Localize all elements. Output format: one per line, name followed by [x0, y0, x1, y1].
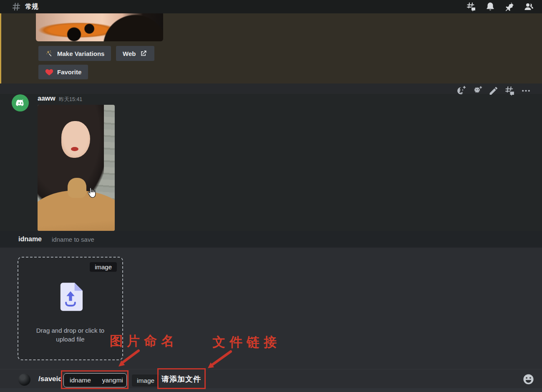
message-timestamp: 昨天15:41: [59, 96, 82, 103]
image-option-pill[interactable]: image: [132, 374, 159, 387]
dropzone-line2: upload file: [18, 335, 122, 344]
discord-window: Make Variations Web Favorite 常规: [0, 0, 542, 392]
dropzone-type-badge: image: [90, 262, 117, 272]
composer-row: /saveid idname yangmi image 请添加文件: [0, 369, 542, 388]
channel-header: 常规: [0, 0, 542, 13]
pinned-messages-icon[interactable]: [504, 2, 514, 12]
avatar[interactable]: [12, 94, 29, 111]
channel-hash-icon: [12, 2, 21, 11]
hand-cursor-icon: [86, 187, 98, 199]
option-input[interactable]: idname yangmi: [63, 373, 127, 387]
upload-file-icon: [58, 283, 83, 311]
file-dropzone[interactable]: image Drag and drop or click to upload f…: [18, 257, 123, 360]
image-option-label: image: [137, 377, 154, 384]
message-actions-toolbar: [456, 86, 531, 96]
option-value: yangmi: [102, 377, 123, 384]
emoji-picker-icon[interactable]: [522, 373, 534, 385]
add-file-button[interactable]: 请添加文件: [161, 374, 201, 384]
threads-icon[interactable]: [466, 2, 476, 12]
make-variations-button[interactable]: Make Variations: [38, 46, 111, 61]
favorite-label: Favorite: [57, 68, 81, 76]
external-link-icon: [139, 49, 148, 58]
portrait-face: [61, 121, 90, 158]
notifications-bell-icon[interactable]: [485, 2, 495, 12]
add-reaction-icon[interactable]: [456, 86, 466, 96]
channel-name: 常规: [25, 3, 38, 11]
heart-icon: [45, 68, 53, 76]
option-name: idname: [70, 377, 91, 384]
command-option-hint: idname idname to save: [0, 231, 542, 248]
option-hint-description: idname to save: [52, 236, 94, 243]
annotation-image-naming: 图片命名: [110, 332, 178, 350]
more-options-icon[interactable]: [521, 86, 531, 96]
portrait-attachment-image[interactable]: [38, 105, 115, 231]
bot-avatar[interactable]: [18, 374, 30, 386]
web-label: Web: [123, 50, 136, 57]
bottom-strip: [0, 388, 542, 392]
edit-pencil-icon[interactable]: [488, 86, 499, 96]
dropzone-line1: Drag and drop or click to: [18, 326, 122, 335]
member-list-icon[interactable]: [524, 2, 534, 12]
sparkles-icon: [45, 49, 53, 58]
mentioned-message: Make Variations Web Favorite: [0, 13, 542, 83]
web-button[interactable]: Web: [116, 46, 154, 61]
option-hint-name: idname: [18, 235, 42, 243]
add-super-reaction-icon[interactable]: [472, 86, 482, 96]
favorite-button[interactable]: Favorite: [38, 65, 88, 79]
create-thread-icon[interactable]: [504, 86, 515, 96]
dropzone-instructions: Drag and drop or click to upload file: [18, 326, 122, 344]
annotation-file-link: 文件链接: [212, 334, 281, 351]
pumpkin-attachment-image[interactable]: [36, 13, 163, 41]
portrait-collar: [68, 178, 86, 198]
make-variations-label: Make Variations: [57, 50, 104, 57]
message-username[interactable]: aaww: [38, 95, 55, 102]
discord-logo-icon: [15, 98, 26, 109]
slash-command: /saveid: [38, 375, 63, 383]
